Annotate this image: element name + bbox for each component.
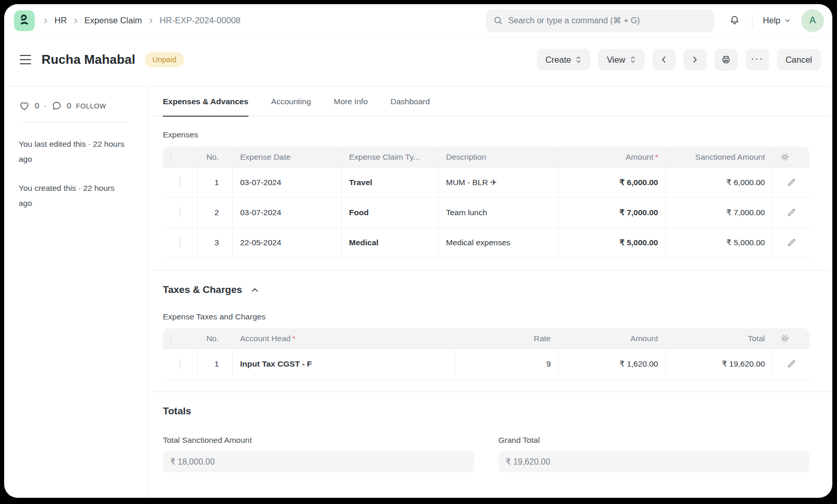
cell-sanctioned-amount[interactable]: ₹ 7,000.00: [666, 198, 773, 228]
row-checkbox[interactable]: [179, 207, 180, 217]
app-window: HR Expense Claim HR-EXP-2024-00008 He: [4, 4, 832, 498]
tab-more-info[interactable]: More Info: [334, 87, 368, 116]
cell-description[interactable]: MUM - BLR ✈: [439, 167, 559, 198]
cell-expense-claim-type[interactable]: Travel: [342, 167, 439, 198]
col-header-amount: Amount: [559, 328, 666, 349]
expense-row: 3 22-05-2024 Medical Medical expenses ₹ …: [163, 228, 810, 258]
section-divider: [148, 391, 832, 392]
edit-row-pencil-icon[interactable]: [787, 359, 796, 369]
cell-expense-claim-type[interactable]: Medical: [342, 228, 439, 258]
required-marker: *: [655, 152, 658, 161]
taxes-section-title: Taxes & Charges: [163, 284, 242, 296]
cell-expense-date[interactable]: 03-07-2024: [233, 198, 342, 228]
comment-icon[interactable]: [51, 101, 62, 111]
grid-settings-gear-icon[interactable]: [780, 333, 790, 343]
sidebar-toggle-icon[interactable]: [19, 53, 32, 66]
cell-account-head[interactable]: Input Tax CGST - F: [233, 349, 455, 379]
follow-button[interactable]: FOLLOW: [76, 102, 106, 110]
totals-fields: Total Sanctioned Amount ₹ 18,000.00 Gran…: [163, 436, 810, 472]
cancel-button[interactable]: Cancel: [777, 49, 821, 71]
cell-amount[interactable]: ₹ 1,620.00: [559, 349, 666, 379]
cell-expense-date[interactable]: 22-05-2024: [233, 228, 342, 258]
cell-amount[interactable]: ₹ 5,000.00: [559, 228, 666, 258]
col-header-total: Total: [666, 328, 773, 349]
user-avatar[interactable]: A: [801, 9, 824, 32]
comments-count[interactable]: 0: [67, 101, 72, 110]
row-checkbox[interactable]: [179, 177, 180, 187]
total-sanctioned-amount-value: ₹ 18,000.00: [163, 451, 474, 472]
grand-total-value: ₹ 19,620.00: [498, 451, 810, 472]
edit-row-pencil-icon[interactable]: [787, 238, 796, 247]
dot-separator: ·: [44, 101, 47, 110]
chevron-left-icon: [660, 55, 668, 64]
prev-document-button[interactable]: [652, 49, 676, 71]
col-header-expense-claim-type: Expense Claim Ty...: [342, 147, 439, 167]
breadcrumb-item-doctype[interactable]: Expense Claim: [85, 16, 142, 25]
more-options-button[interactable]: ···: [746, 49, 769, 71]
edit-row-pencil-icon[interactable]: [787, 178, 796, 187]
cell-sanctioned-amount[interactable]: ₹ 5,000.00: [666, 228, 773, 258]
cell-sanctioned-amount[interactable]: ₹ 6,000.00: [666, 167, 773, 198]
taxes-header-row: No. Account Head* Rate Amount Total: [163, 328, 810, 349]
unfold-icon: [576, 55, 581, 64]
app-logo[interactable]: [14, 10, 35, 31]
select-all-checkbox[interactable]: [170, 333, 171, 343]
page-head: Rucha Mahabal Unpaid Create View: [4, 37, 832, 87]
print-button[interactable]: [715, 49, 738, 71]
chevron-right-icon: [147, 17, 155, 24]
edit-row-pencil-icon[interactable]: [787, 208, 796, 217]
expense-row: 1 03-07-2024 Travel MUM - BLR ✈ ₹ 6,000.…: [163, 167, 810, 198]
row-checkbox[interactable]: [179, 359, 180, 369]
cell-description[interactable]: Medical expenses: [439, 228, 559, 258]
form-main: Expenses & Advances Accounting More Info…: [148, 87, 832, 498]
select-all-checkbox[interactable]: [170, 152, 171, 162]
col-header-expense-date: Expense Date: [233, 147, 342, 167]
heart-icon[interactable]: [19, 100, 30, 111]
expenses-grid-label: Expenses: [163, 130, 810, 139]
navbar-divider: [752, 14, 752, 27]
tab-dashboard[interactable]: Dashboard: [390, 87, 430, 116]
last-edited-text: You last edited this · 22 hours ago: [19, 136, 129, 166]
cell-row-no[interactable]: 1: [198, 349, 233, 379]
cell-amount[interactable]: ₹ 6,000.00: [559, 167, 666, 198]
view-button-label: View: [607, 55, 625, 65]
col-header-sanctioned-amount: Sanctioned Amount: [666, 147, 773, 167]
cell-amount[interactable]: ₹ 7,000.00: [559, 198, 666, 228]
breadcrumb-item-docname: HR-EXP-2024-00008: [160, 16, 241, 25]
page-actions: Create View: [537, 49, 821, 71]
tab-accounting[interactable]: Accounting: [271, 87, 311, 116]
search-input[interactable]: [508, 16, 707, 25]
col-header-no: No.: [198, 328, 233, 349]
cell-description[interactable]: Team lunch: [439, 198, 559, 228]
avatar-letter: A: [810, 15, 816, 26]
grand-total-field: Grand Total ₹ 19,620.00: [498, 436, 810, 472]
search-icon: [493, 16, 503, 25]
taxes-section-header[interactable]: Taxes & Charges: [163, 284, 810, 296]
view-button[interactable]: View: [598, 49, 644, 71]
help-label: Help: [763, 16, 780, 25]
social-row: 0 · 0 FOLLOW: [19, 100, 132, 111]
created-text: You created this · 22 hours ago: [19, 180, 129, 211]
status-badge: Unpaid: [145, 52, 184, 67]
cell-expense-claim-type[interactable]: Food: [342, 198, 439, 228]
likes-count[interactable]: 0: [35, 101, 39, 110]
cell-row-no[interactable]: 3: [198, 228, 233, 258]
row-checkbox[interactable]: [179, 237, 180, 247]
cell-rate[interactable]: 9: [455, 349, 559, 379]
tab-expenses-advances[interactable]: Expenses & Advances: [163, 87, 248, 116]
create-button[interactable]: Create: [537, 49, 591, 71]
notifications-bell-icon[interactable]: [729, 15, 741, 26]
grid-settings-gear-icon[interactable]: [780, 152, 790, 162]
cell-total[interactable]: ₹ 19,620.00: [666, 349, 773, 379]
global-search[interactable]: [486, 9, 714, 32]
breadcrumb-item-hr[interactable]: HR: [54, 16, 67, 25]
cell-expense-date[interactable]: 03-07-2024: [233, 167, 342, 198]
next-document-button[interactable]: [683, 49, 707, 71]
totals-section-header: Totals: [163, 405, 810, 417]
cell-row-no[interactable]: 2: [198, 198, 233, 228]
cell-row-no[interactable]: 1: [198, 167, 233, 198]
help-menu[interactable]: Help: [763, 16, 791, 25]
printer-icon: [721, 54, 731, 65]
form-tabs: Expenses & Advances Accounting More Info…: [148, 87, 832, 117]
col-header-no: No.: [198, 147, 233, 167]
